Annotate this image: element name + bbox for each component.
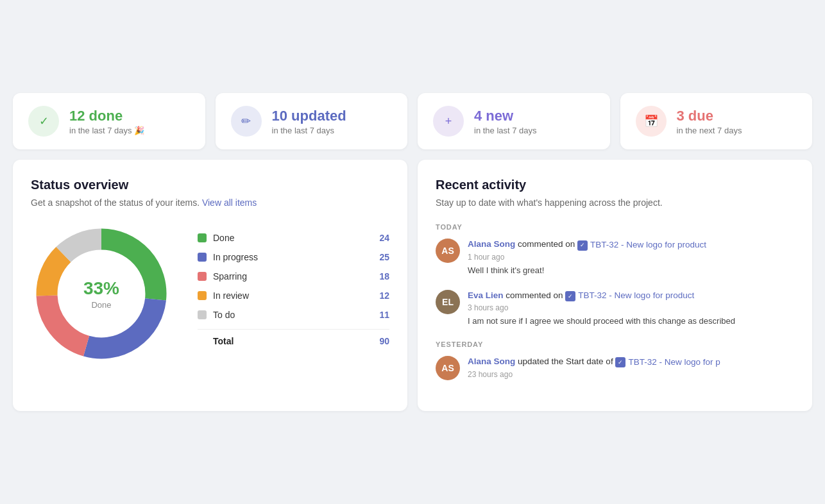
status-title: Status overview — [31, 178, 389, 192]
activity-content: Eva Lien commented on ✓ TBT-32 - New log… — [468, 290, 735, 328]
user-name[interactable]: Alana Song — [468, 239, 515, 249]
activity-time: 1 hour ago — [468, 253, 706, 262]
legend-item: In progress 25 — [198, 252, 389, 262]
activity-body: I am not sure if I agree we should proce… — [468, 315, 735, 328]
view-all-items-link[interactable]: View all items — [202, 197, 257, 208]
task-link[interactable]: ✓ TBT-32 - New logo for p — [615, 357, 720, 369]
user-name[interactable]: Alana Song — [468, 357, 515, 366]
stat-card-new: + 4 new in the last 7 days — [418, 93, 610, 149]
done-subtitle: in the last 7 days 🎉 — [69, 126, 144, 135]
task-link[interactable]: ✓ TBT-32 - New logo for product — [577, 239, 706, 251]
activity-header: Eva Lien commented on ✓ TBT-32 - New log… — [468, 290, 735, 303]
activity-item: EL Eva Lien commented on ✓ TBT-32 - New … — [436, 290, 794, 328]
activity-body: Well I think it's great! — [468, 264, 706, 277]
new-title: 4 new — [474, 108, 537, 124]
legend-total: Total 90 — [198, 329, 389, 346]
donut-done-label: Done — [83, 300, 119, 310]
activity-content: Alana Song commented on ✓ TBT-32 - New l… — [468, 239, 706, 276]
updated-icon: ✏ — [231, 106, 262, 137]
new-subtitle: in the last 7 days — [474, 126, 537, 135]
yesterday-activities: AS Alana Song updated the Start date of … — [436, 356, 794, 380]
stat-card-updated: ✏ 10 updated in the last 7 days — [216, 93, 408, 149]
today-label: TODAY — [436, 223, 794, 231]
recent-activity-panel: Recent activity Stay up to date with wha… — [418, 160, 812, 411]
avatar: AS — [436, 239, 460, 263]
new-icon: + — [433, 106, 464, 137]
legend-count: 18 — [379, 271, 389, 281]
activity-subtitle: Stay up to date with what's happening ac… — [436, 197, 794, 208]
today-activities: AS Alana Song commented on ✓ TBT-32 - Ne… — [436, 239, 794, 328]
due-text: 3 due in the next 7 days — [677, 108, 742, 135]
activity-time: 23 hours ago — [468, 370, 720, 379]
donut-chart: 33% Done — [31, 223, 172, 364]
user-name[interactable]: Eva Lien — [468, 290, 504, 300]
task-link[interactable]: ✓ TBT-32 - New logo for product — [565, 290, 694, 302]
legend-count: 11 — [379, 310, 389, 320]
stat-card-done: ✓ 12 done in the last 7 days 🎉 — [13, 93, 205, 149]
total-label: Total — [213, 336, 379, 346]
task-icon: ✓ — [577, 240, 588, 251]
status-subtitle: Get a snapshot of the status of your ite… — [31, 197, 389, 208]
legend-label: To do — [213, 310, 379, 320]
total-spacer — [198, 337, 207, 346]
due-title: 3 due — [677, 108, 742, 124]
legend-item: To do 11 — [198, 310, 389, 320]
legend-count: 12 — [379, 290, 389, 301]
stat-card-due: 📅 3 due in the next 7 days — [620, 93, 813, 149]
activity-header: Alana Song commented on ✓ TBT-32 - New l… — [468, 239, 706, 251]
avatar: AS — [436, 356, 460, 380]
legend-label: In review — [213, 290, 379, 301]
status-overview-panel: Status overview Get a snapshot of the st… — [13, 160, 407, 411]
task-icon: ✓ — [615, 357, 625, 367]
donut-center: 33% Done — [83, 278, 119, 310]
activity-header: Alana Song updated the Start date of ✓ T… — [468, 356, 720, 369]
legend-dot — [198, 291, 207, 300]
legend-dot — [198, 253, 207, 262]
total-count: 90 — [379, 336, 389, 346]
updated-text: 10 updated in the last 7 days — [272, 108, 346, 135]
legend-label: Sparring — [213, 271, 379, 281]
legend-dot — [198, 310, 207, 319]
yesterday-section: YESTERDAY AS Alana Song updated the Star… — [436, 340, 794, 380]
updated-title: 10 updated — [272, 108, 346, 124]
due-icon: 📅 — [636, 106, 667, 137]
stats-row: ✓ 12 done in the last 7 days 🎉 ✏ 10 upda… — [13, 93, 812, 149]
activity-time: 3 hours ago — [468, 303, 735, 312]
legend-count: 24 — [379, 233, 389, 243]
legend-label: Done — [213, 233, 379, 243]
chart-area: 33% Done Done 24 In progress 25 Sparring… — [31, 223, 389, 364]
yesterday-label: YESTERDAY — [436, 340, 794, 348]
done-text: 12 done in the last 7 days 🎉 — [69, 108, 144, 135]
updated-subtitle: in the last 7 days — [272, 126, 346, 135]
legend-dot — [198, 233, 207, 242]
new-text: 4 new in the last 7 days — [474, 108, 537, 135]
legend-item: In review 12 — [198, 290, 389, 301]
due-subtitle: in the next 7 days — [677, 126, 742, 135]
dashboard: ✓ 12 done in the last 7 days 🎉 ✏ 10 upda… — [13, 93, 812, 411]
legend: Done 24 In progress 25 Sparring 18 In re… — [198, 233, 389, 355]
main-row: Status overview Get a snapshot of the st… — [13, 160, 812, 411]
activity-content: Alana Song updated the Start date of ✓ T… — [468, 356, 720, 380]
legend-item: Done 24 — [198, 233, 389, 243]
legend-dot — [198, 272, 207, 281]
legend-label: In progress — [213, 252, 379, 262]
activity-item: AS Alana Song updated the Start date of … — [436, 356, 794, 380]
donut-percentage: 33% — [83, 278, 119, 299]
avatar: EL — [436, 290, 460, 314]
task-icon: ✓ — [565, 291, 575, 301]
done-title: 12 done — [69, 108, 144, 124]
activity-title: Recent activity — [436, 178, 794, 192]
legend-item: Sparring 18 — [198, 271, 389, 281]
activity-item: AS Alana Song commented on ✓ TBT-32 - Ne… — [436, 239, 794, 276]
legend-count: 25 — [379, 252, 389, 262]
done-icon: ✓ — [28, 106, 59, 137]
